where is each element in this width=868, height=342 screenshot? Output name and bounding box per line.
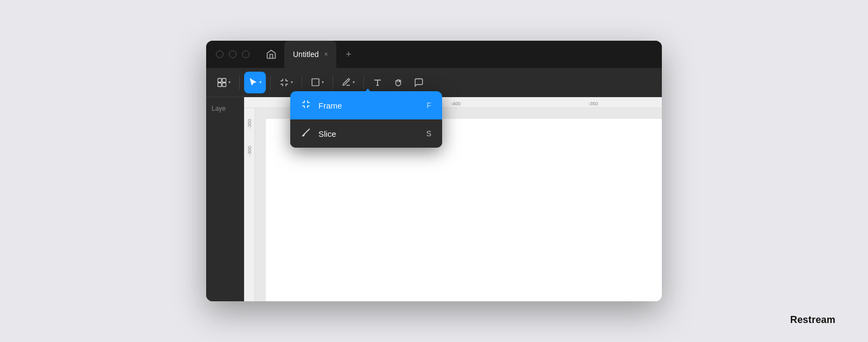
ruler-mark-side-350: -350 [247,119,252,129]
title-bar: Untitled × + [206,41,662,68]
window-maximize-btn[interactable] [242,50,250,58]
restream-brand: Restream [790,314,836,326]
svg-rect-4 [312,79,319,86]
left-panel: Laye [206,97,244,301]
ruler-side: -350 -300 [244,108,255,301]
home-icon[interactable] [259,41,283,68]
shape-caret: ▾ [322,80,324,85]
svg-rect-1 [222,78,226,82]
dropdown-arrow [363,88,372,94]
ruler-mark-350: -350 [525,101,662,106]
layers-label: Laye [210,103,239,115]
tab-title: Untitled [293,50,318,59]
tab-close-btn[interactable]: × [324,50,328,58]
toolbar-divider-3 [302,75,302,90]
pen-caret: ▾ [353,80,355,85]
shape-tool-btn[interactable]: ▾ [307,72,328,93]
dropdown-item-slice-left: Slice [301,128,336,140]
component-tool-btn[interactable]: ▾ [213,72,235,93]
toolbar-divider-1 [239,75,240,90]
frame-caret: ▾ [291,80,293,85]
frame-menu-icon [301,99,311,112]
window-minimize-btn[interactable] [229,50,237,58]
svg-rect-3 [222,83,226,86]
toolbar-divider-5 [363,75,364,90]
slice-menu-icon [301,128,311,140]
window-controls [206,50,259,58]
active-tab[interactable]: Untitled × [284,41,336,68]
dropdown-item-frame[interactable]: Frame F [290,91,442,119]
component-caret: ▾ [228,80,231,85]
frame-tool-btn[interactable]: ▾ [275,72,297,93]
comment-tool-btn[interactable] [410,72,428,93]
window-close-btn[interactable] [216,50,224,58]
svg-rect-0 [218,78,222,82]
pen-tool-btn[interactable]: ▾ [337,72,359,93]
frame-menu-label: Frame [318,101,342,110]
toolbar-divider-4 [333,75,333,90]
select-tool-btn[interactable]: ▾ [244,72,266,93]
hand-tool-btn[interactable] [389,72,407,93]
dropdown-item-frame-left: Frame [301,99,342,112]
dropdown-item-slice[interactable]: Slice S [290,119,442,148]
frame-tool-dropdown: Frame F Slice S [290,91,442,148]
slice-menu-shortcut: S [426,129,431,138]
slice-menu-label: Slice [318,129,336,138]
app-window: Untitled × + ▾ ▾ [206,41,662,301]
select-caret: ▾ [259,80,261,85]
svg-rect-2 [218,83,222,86]
tab-add-btn[interactable]: + [339,45,358,64]
frame-menu-shortcut: F [426,101,431,110]
ruler-mark-side-300: -300 [247,146,252,156]
toolbar-divider-2 [270,75,271,90]
